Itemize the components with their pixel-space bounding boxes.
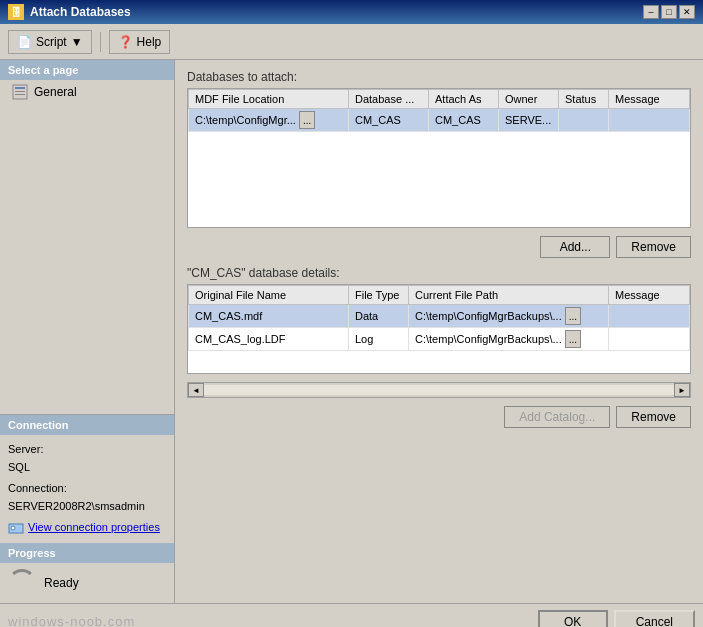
main-container: Select a page General Connection Server:… xyxy=(0,60,703,603)
connection-details: Server: SQL Connection: SERVER2008R2\sms… xyxy=(0,435,174,543)
col-db-name[interactable]: Database ... xyxy=(349,90,429,109)
connection-section: Connection Server: SQL Connection: SERVE… xyxy=(0,414,174,603)
connection-value: SERVER2008R2\smsadmin xyxy=(8,500,145,512)
server-value: SQL xyxy=(8,461,30,473)
title-bar: 🗄 Attach Databases – □ ✕ xyxy=(0,0,703,24)
databases-label: Databases to attach: xyxy=(187,70,691,84)
progress-header: Progress xyxy=(0,543,174,563)
script-icon: 📄 xyxy=(17,35,32,49)
catalog-buttons-row: Add Catalog... Remove xyxy=(187,406,691,428)
connection-link-icon xyxy=(8,520,24,536)
svg-rect-2 xyxy=(15,91,25,92)
col-file-type[interactable]: File Type xyxy=(349,286,409,305)
svg-rect-1 xyxy=(15,87,25,89)
sidebar-spacer xyxy=(0,104,174,414)
col-detail-message[interactable]: Message xyxy=(609,286,690,305)
browse-path-button-0[interactable]: ... xyxy=(565,307,581,325)
cell-db-name: CM_CAS xyxy=(349,109,429,132)
col-attach-as[interactable]: Attach As xyxy=(429,90,499,109)
progress-spinner xyxy=(8,569,36,597)
details-section: "CM_CAS" database details: Original File… xyxy=(187,266,691,374)
browse-button[interactable]: ... xyxy=(299,111,315,129)
cell-original-file-1: CM_CAS_log.LDF xyxy=(189,328,349,351)
server-label: Server: SQL xyxy=(8,441,166,476)
cell-mdf-location: C:\temp\ConfigMgr... ... xyxy=(189,109,349,132)
horizontal-scrollbar[interactable]: ◄ ► xyxy=(187,382,691,398)
table-row[interactable]: CM_CAS_log.LDF Log C:\temp\ConfigMgrBack… xyxy=(189,328,690,351)
cell-file-type-1: Log xyxy=(349,328,409,351)
sidebar: Select a page General Connection Server:… xyxy=(0,60,175,603)
title-bar-title: 🗄 Attach Databases xyxy=(8,4,131,20)
remove-button[interactable]: Remove xyxy=(616,236,691,258)
cell-message xyxy=(609,109,690,132)
col-mdf-location[interactable]: MDF File Location xyxy=(189,90,349,109)
window-title: Attach Databases xyxy=(30,5,131,19)
details-table: Original File Name File Type Current Fil… xyxy=(188,285,690,351)
col-owner[interactable]: Owner xyxy=(499,90,559,109)
col-original-file[interactable]: Original File Name xyxy=(189,286,349,305)
svg-rect-3 xyxy=(15,94,25,95)
toolbar: 📄 Script ▼ ❓ Help xyxy=(0,24,703,60)
databases-section: Databases to attach: MDF File Location D… xyxy=(187,70,691,228)
title-bar-controls: – □ ✕ xyxy=(643,5,695,19)
help-icon: ❓ xyxy=(118,35,133,49)
select-page-header: Select a page xyxy=(0,60,174,80)
progress-status: Ready xyxy=(44,576,79,590)
help-button[interactable]: ❓ Help xyxy=(109,30,171,54)
cell-detail-message-0 xyxy=(609,305,690,328)
cell-original-file: CM_CAS.mdf xyxy=(189,305,349,328)
cell-owner: SERVE... xyxy=(499,109,559,132)
progress-content: Ready xyxy=(0,563,174,603)
bottom-bar: windows-noob.com OK Cancel xyxy=(0,603,703,627)
databases-table-container[interactable]: MDF File Location Database ... Attach As… xyxy=(187,88,691,228)
cell-file-type: Data xyxy=(349,305,409,328)
scroll-right-arrow[interactable]: ► xyxy=(674,383,690,397)
browse-path-button-1[interactable]: ... xyxy=(565,330,581,348)
remove-catalog-button[interactable]: Remove xyxy=(616,406,691,428)
help-label: Help xyxy=(137,35,162,49)
script-dropdown-icon: ▼ xyxy=(71,35,83,49)
col-current-path[interactable]: Current File Path xyxy=(409,286,609,305)
close-button[interactable]: ✕ xyxy=(679,5,695,19)
cell-status xyxy=(559,109,609,132)
details-table-container[interactable]: Original File Name File Type Current Fil… xyxy=(187,284,691,374)
col-message[interactable]: Message xyxy=(609,90,690,109)
db-buttons-row: Add... Remove xyxy=(187,236,691,258)
table-row[interactable]: C:\temp\ConfigMgr... ... CM_CAS CM_CAS S… xyxy=(189,109,690,132)
svg-point-5 xyxy=(11,526,15,530)
ok-button[interactable]: OK xyxy=(538,610,608,628)
sidebar-item-general[interactable]: General xyxy=(0,80,174,104)
script-label: Script xyxy=(36,35,67,49)
cell-attach-as: CM_CAS xyxy=(429,109,499,132)
connection-label-row: Connection: SERVER2008R2\smsadmin xyxy=(8,480,166,515)
content-area: Databases to attach: MDF File Location D… xyxy=(175,60,703,603)
add-catalog-button[interactable]: Add Catalog... xyxy=(504,406,610,428)
view-connection-link[interactable]: View connection properties xyxy=(8,519,166,537)
cancel-button[interactable]: Cancel xyxy=(614,610,695,628)
window-icon: 🗄 xyxy=(8,4,24,20)
toolbar-separator xyxy=(100,32,101,52)
scroll-left-arrow[interactable]: ◄ xyxy=(188,383,204,397)
cell-detail-message-1 xyxy=(609,328,690,351)
databases-table: MDF File Location Database ... Attach As… xyxy=(188,89,690,132)
minimize-button[interactable]: – xyxy=(643,5,659,19)
script-button[interactable]: 📄 Script ▼ xyxy=(8,30,92,54)
details-label: "CM_CAS" database details: xyxy=(187,266,691,280)
general-icon xyxy=(12,84,28,100)
connection-header: Connection xyxy=(0,415,174,435)
col-status[interactable]: Status xyxy=(559,90,609,109)
cell-current-path-1: C:\temp\ConfigMgrBackups\... ... xyxy=(409,328,609,351)
dialog-buttons: OK Cancel xyxy=(538,610,695,628)
general-label: General xyxy=(34,85,77,99)
cell-current-path: C:\temp\ConfigMgrBackups\... ... xyxy=(409,305,609,328)
maximize-button[interactable]: □ xyxy=(661,5,677,19)
watermark: windows-noob.com xyxy=(8,614,135,627)
table-row[interactable]: CM_CAS.mdf Data C:\temp\ConfigMgrBackups… xyxy=(189,305,690,328)
scroll-track[interactable] xyxy=(204,385,674,395)
add-button[interactable]: Add... xyxy=(540,236,610,258)
